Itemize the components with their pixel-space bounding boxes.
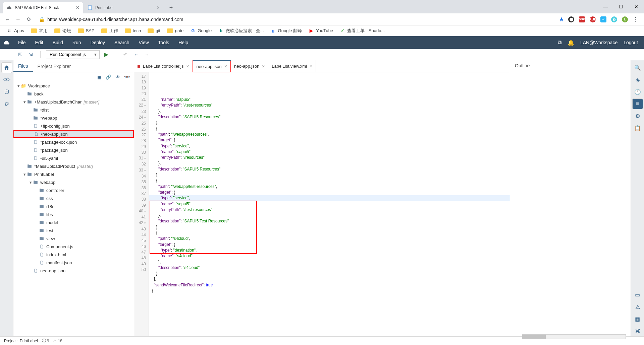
close-icon[interactable]: × bbox=[186, 64, 189, 69]
bookmark-folder[interactable]: 工作 bbox=[99, 26, 121, 35]
menu-file[interactable]: File bbox=[13, 40, 31, 45]
tree-item[interactable]: controller bbox=[13, 186, 134, 194]
nav-back-icon[interactable]: ← bbox=[132, 51, 140, 59]
apps-button[interactable]: ⠿Apps bbox=[4, 27, 27, 35]
tree-item[interactable]: ▾webapp bbox=[13, 178, 134, 186]
history-icon[interactable]: 🕘 bbox=[632, 86, 643, 97]
tree-item[interactable]: *package.json bbox=[13, 146, 134, 154]
bookmark-folder[interactable]: git bbox=[145, 27, 163, 34]
minimize-button[interactable]: — bbox=[598, 0, 613, 13]
console-icon[interactable]: ▭ bbox=[632, 289, 643, 300]
bookmark-link[interactable]: ✓查看工单 - Shado... bbox=[337, 26, 387, 35]
ext-icon[interactable]: ABP bbox=[590, 16, 596, 22]
tree-item[interactable]: view bbox=[13, 234, 134, 243]
tree-item[interactable]: •dist bbox=[13, 106, 134, 114]
avatar-icon[interactable]: L bbox=[622, 16, 628, 22]
feedback-icon[interactable]: ⧉ bbox=[558, 40, 561, 46]
terminal-icon[interactable]: ⌘ bbox=[632, 326, 643, 336]
tree-item[interactable]: model bbox=[13, 218, 134, 226]
outline-icon[interactable]: ≡ bbox=[632, 98, 643, 109]
tree-item[interactable]: libs bbox=[13, 210, 134, 218]
menu-tools[interactable]: Tools bbox=[154, 40, 174, 45]
run-config-select[interactable]: Run Component.js bbox=[46, 50, 100, 59]
menu-view[interactable]: View bbox=[134, 40, 153, 45]
files-tab[interactable]: Files bbox=[13, 60, 33, 72]
close-icon[interactable]: × bbox=[76, 5, 79, 11]
tree-item[interactable]: css bbox=[13, 194, 134, 202]
home-icon[interactable] bbox=[1, 62, 12, 73]
search-icon[interactable]: 🔍 bbox=[632, 62, 643, 73]
code-editor[interactable]: "name": "sapui5", "entryPath": "/test-re… bbox=[149, 72, 510, 336]
bookmark-folder[interactable]: SAP bbox=[75, 27, 97, 34]
ext-icon[interactable]: CORS bbox=[579, 16, 585, 22]
reload-button[interactable]: ⟳ bbox=[24, 15, 34, 24]
glasses-icon[interactable]: 👓 bbox=[124, 74, 130, 80]
editor-tab[interactable]: LabelList.view.xml× bbox=[268, 60, 316, 72]
back-last-icon[interactable]: ↶ bbox=[121, 51, 129, 59]
git-icon[interactable]: ◈ bbox=[632, 74, 643, 85]
browser-tab-ide[interactable]: SAP Web IDE Full-Stack × bbox=[3, 2, 83, 13]
forward-button[interactable]: → bbox=[13, 15, 23, 24]
close-icon[interactable]: × bbox=[310, 64, 312, 69]
tree-item[interactable]: *MassUploadProduct[master] bbox=[13, 162, 134, 170]
workspace-root[interactable]: ▾ 📁 Workspace bbox=[13, 82, 134, 90]
ext-icon[interactable]: ✓ bbox=[600, 16, 606, 22]
tree-item[interactable]: neo-app.json bbox=[13, 267, 134, 275]
eye-icon[interactable]: 👁 bbox=[115, 74, 120, 80]
editor-tab[interactable]: neo-app.json× bbox=[193, 60, 231, 72]
tree-item[interactable]: test bbox=[13, 226, 134, 234]
warning-count[interactable]: ⚠18 bbox=[53, 339, 62, 343]
ext-icon[interactable]: ⬤ bbox=[568, 16, 574, 22]
bookmark-link[interactable]: GGoogle bbox=[187, 27, 214, 35]
export-icon[interactable]: ⇱ bbox=[16, 51, 24, 59]
editor-tab[interactable]: neo-app.json× bbox=[231, 60, 268, 72]
back-button[interactable]: ← bbox=[3, 15, 12, 24]
menu-deploy[interactable]: Deploy bbox=[86, 40, 110, 45]
editor-tab[interactable]: LabelList.controller.js× bbox=[134, 60, 193, 72]
close-button[interactable]: ✕ bbox=[629, 0, 644, 13]
bookmark-link[interactable]: ▶YouTube bbox=[306, 27, 336, 35]
close-icon[interactable]: × bbox=[262, 64, 265, 69]
tools-icon[interactable]: ⚙ bbox=[632, 111, 643, 121]
tree-item[interactable]: *webapp bbox=[13, 114, 134, 122]
bookmark-link[interactable]: b微软必应搜索 - 全... bbox=[216, 26, 266, 35]
close-icon[interactable]: × bbox=[224, 64, 227, 69]
task-icon[interactable]: 📋 bbox=[632, 123, 643, 133]
project-explorer-tab[interactable]: Project Explorer bbox=[33, 60, 76, 72]
tree-item[interactable]: ▾PrintLabel bbox=[13, 170, 134, 178]
problems-icon[interactable]: ⚠ bbox=[632, 301, 643, 312]
close-icon[interactable]: × bbox=[157, 5, 160, 11]
notification-icon[interactable]: 🔔 bbox=[568, 40, 574, 46]
tree-item[interactable]: i18n bbox=[13, 202, 134, 210]
menu-run[interactable]: Run bbox=[68, 40, 86, 45]
tree-item[interactable]: +flp-config.json bbox=[13, 122, 134, 130]
tree-item[interactable]: back bbox=[13, 90, 134, 98]
outline-scrollbar[interactable] bbox=[522, 334, 626, 339]
browser-tab-printlabel[interactable]: PrintLabel × bbox=[83, 2, 164, 13]
tree-item[interactable]: •ui5.yaml bbox=[13, 154, 134, 162]
bookmark-folder[interactable]: 常用 bbox=[28, 26, 50, 35]
menu-help[interactable]: Help bbox=[174, 40, 193, 45]
nav-fwd-icon[interactable]: → bbox=[143, 51, 151, 59]
run-button[interactable]: ▶ bbox=[102, 51, 110, 58]
url-input[interactable]: 🔒 https://webidecp-caa613b5d.dispatcher.… bbox=[35, 17, 557, 22]
bookmark-folder[interactable]: tech bbox=[122, 27, 144, 34]
tree-item[interactable]: *package-lock.json bbox=[13, 138, 134, 146]
maximize-button[interactable]: ☐ bbox=[613, 0, 629, 13]
new-tab-button[interactable]: + bbox=[166, 3, 176, 12]
menu-build[interactable]: Build bbox=[48, 40, 68, 45]
ext-icon[interactable]: ◐ bbox=[611, 16, 617, 22]
star-icon[interactable]: ★ bbox=[559, 16, 564, 23]
bookmark-link[interactable]: gGoogle 翻译 bbox=[268, 26, 305, 35]
logout-link[interactable]: Logout bbox=[624, 40, 638, 45]
code-icon[interactable]: </> bbox=[1, 74, 12, 85]
db-icon[interactable] bbox=[1, 86, 12, 97]
menu-edit[interactable]: Edit bbox=[31, 40, 48, 45]
import-icon[interactable]: ⇲ bbox=[27, 51, 35, 59]
save-icon[interactable]: ▣ bbox=[97, 74, 102, 80]
settings-icon[interactable] bbox=[1, 98, 12, 109]
test-icon[interactable]: ▦ bbox=[632, 314, 643, 324]
tree-item[interactable]: ▾+MassUploadBatchChar[master] bbox=[13, 98, 134, 106]
bookmark-folder[interactable]: 论坛 bbox=[52, 26, 74, 35]
tree-item[interactable]: index.html bbox=[13, 251, 134, 259]
